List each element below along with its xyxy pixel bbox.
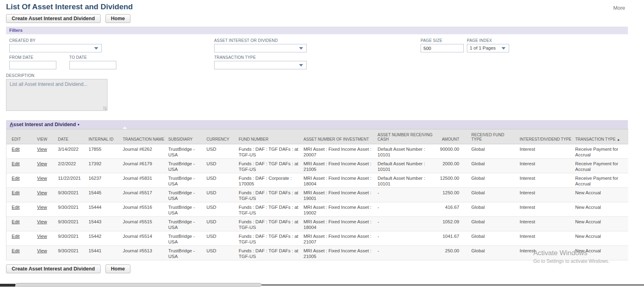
column-header-subsidiary[interactable]: SUBSIDIARY (165, 129, 204, 144)
cell-internal_id: 16237 (86, 173, 119, 188)
table-row: EditView11/22/202116237Journal #5831Trus… (6, 173, 628, 188)
create-asset-interest-dividend-button[interactable]: Create Asset Interest and Dividend (6, 264, 101, 273)
asset-interest-or-dividend-dropdown[interactable] (214, 44, 307, 52)
resize-grip-icon[interactable] (103, 106, 107, 110)
page-index-dropdown[interactable]: 1 of 1 Pages (467, 44, 509, 52)
edit-link[interactable]: Edit (12, 205, 20, 210)
cell-received_fund_type: Global (467, 246, 516, 260)
home-button[interactable]: Home (105, 14, 131, 23)
column-header-currency[interactable]: CURRENCY (204, 129, 236, 144)
column-header-asset_number_receiving_cash[interactable]: ASSET NUMBER RECEIVING CASH (375, 129, 437, 144)
cell-transaction_type: New Accrual (572, 231, 628, 246)
cell-amount: 2000.00 (437, 159, 467, 173)
edit-link[interactable]: Edit (12, 176, 20, 181)
home-button[interactable]: Home (105, 264, 131, 273)
cell-subsidiary: TrustBridge - USA (165, 159, 204, 173)
table-row: EditView9/30/202115444Journal #5516Trust… (6, 202, 628, 217)
table-row: EditView3/14/202217855Journal #6262Trust… (6, 144, 628, 159)
cell-amount: 90000.00 (437, 144, 467, 159)
cell-fund_number: Funds : DAF : TGF DAFs : at TGF-US (236, 188, 300, 202)
cell-view: View (32, 217, 57, 231)
from-date-label: FROM DATE (9, 55, 33, 60)
cell-view: View (32, 231, 57, 246)
chevron-down-icon (299, 64, 303, 67)
cell-currency: USD (204, 202, 236, 217)
page: List Of Asset Interest and Dividend More… (0, 0, 644, 287)
description-textarea[interactable]: List all Asset Interest and Dividend... (6, 79, 107, 111)
cell-amount: 416.67 (437, 202, 467, 217)
cell-transaction_name: Journal #5513 (119, 246, 165, 260)
column-header-label: CURRENCY (206, 137, 229, 141)
cell-transaction_name: Journal #5831 (119, 173, 165, 188)
edit-link[interactable]: Edit (12, 234, 20, 239)
cell-date: 9/30/2021 (57, 188, 86, 202)
cell-transaction_type: New Accrual (572, 188, 628, 202)
view-link[interactable]: View (37, 219, 47, 224)
edit-link[interactable]: Edit (12, 190, 20, 195)
edit-link[interactable]: Edit (12, 219, 20, 224)
cell-subsidiary: TrustBridge - USA (165, 144, 204, 159)
cell-internal_id: 15441 (86, 246, 119, 260)
cell-received_fund_type: Global (467, 159, 516, 173)
cell-date: 11/22/2021 (57, 173, 86, 188)
cell-subsidiary: TrustBridge - USA (165, 246, 204, 260)
to-date-input[interactable] (69, 61, 116, 69)
table-row: EditView2/2/202217392Journal #6179TrustB… (6, 159, 628, 173)
cell-transaction_name: Journal #5516 (119, 202, 165, 217)
edit-link[interactable]: Edit (12, 161, 20, 166)
column-header-edit[interactable]: EDIT (6, 129, 32, 144)
cell-asset_number_of_investment: MRI Asset : Fixed Income Asset : 21005 (300, 246, 375, 260)
cell-asset_number_of_investment: MRI Asset : Fixed Income Asset : 19001 (300, 188, 375, 202)
cell-fund_number: Funds : DAF : Corporate : 170005 (236, 173, 300, 188)
scrollbar-thumb[interactable] (15, 283, 262, 287)
column-header-asset_number_of_investment[interactable]: ASSET NUMBER OF INVESTMENT (300, 129, 375, 144)
edit-link[interactable]: Edit (12, 147, 20, 152)
create-asset-interest-dividend-button[interactable]: Create Asset Interest and Dividend (6, 14, 101, 23)
column-header-label: VIEW (37, 137, 47, 141)
tab-label-rest: sset Interest and Dividend (13, 122, 76, 127)
cell-currency: USD (204, 217, 236, 231)
view-link[interactable]: View (37, 176, 47, 181)
tab-asset-interest-and-dividend[interactable]: Asset Interest and Dividend• (6, 120, 79, 129)
cell-subsidiary: TrustBridge - USA (165, 217, 204, 231)
created-by-dropdown[interactable] (9, 44, 102, 52)
column-header-received_fund_type[interactable]: RECEIVED FUND TYPE (467, 129, 516, 144)
transaction-type-filter-label: TRANSACTION TYPE (214, 55, 256, 60)
cell-asset_number_of_investment: MRI Asset : Fixed Income Asset : 20007 (300, 144, 375, 159)
from-date-input[interactable] (9, 61, 56, 69)
cell-currency: USD (204, 173, 236, 188)
cell-fund_number: Funds : DAF : TGF DAFs : at TGF-US (236, 217, 300, 231)
view-link[interactable]: View (37, 161, 47, 166)
edit-link[interactable]: Edit (12, 248, 20, 253)
cell-internal_id: 17392 (86, 159, 119, 173)
transaction-type-dropdown[interactable] (214, 61, 307, 69)
column-header-interest_dividend_type[interactable]: INTEREST/DIVIDEND TYPE (516, 129, 572, 144)
column-header-amount[interactable]: AMOUNT (437, 129, 467, 144)
more-link[interactable]: More (613, 5, 625, 11)
view-link[interactable]: View (37, 190, 47, 195)
column-header-date[interactable]: DATE (57, 129, 86, 144)
cell-asset_number_of_investment: MRI Asset : Fixed Income Asset : 18004 (300, 217, 375, 231)
view-link[interactable]: View (37, 248, 47, 253)
cell-interest_dividend_type: Interest (516, 246, 572, 260)
cell-edit: Edit (6, 173, 32, 188)
cell-currency: USD (204, 159, 236, 173)
cell-internal_id: 15443 (86, 217, 119, 231)
page-title: List Of Asset Interest and Dividend (6, 2, 133, 11)
view-link[interactable]: View (37, 234, 47, 239)
cell-transaction_type: Receive Payment for Accrual (572, 159, 628, 173)
cell-interest_dividend_type: Interest (516, 144, 572, 159)
column-header-internal_id[interactable]: INTERNAL ID (86, 129, 119, 144)
cell-asset_number_receiving_cash: Default Asset Number : 10101 (375, 144, 437, 159)
view-link[interactable]: View (37, 205, 47, 210)
column-header-view[interactable]: VIEW (32, 129, 57, 144)
column-header-transaction_type[interactable]: TRANSACTION TYPE▲ (572, 129, 628, 144)
column-header-fund_number[interactable]: FUND NUMBER (236, 129, 300, 144)
column-header-transaction_name[interactable]: TRANSACTION NAME (119, 129, 165, 144)
cell-currency: USD (204, 188, 236, 202)
cell-view: View (32, 144, 57, 159)
cell-view: View (32, 246, 57, 260)
view-link[interactable]: View (37, 147, 47, 152)
to-date-label: TO DATE (69, 55, 87, 60)
page-size-input[interactable] (421, 44, 464, 52)
